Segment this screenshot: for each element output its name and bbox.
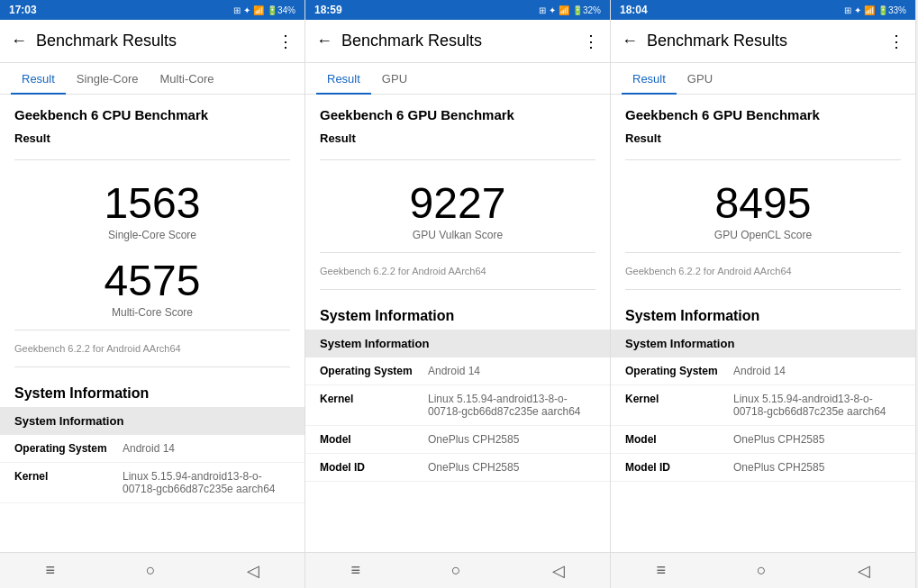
tab-result-3[interactable]: Result xyxy=(622,63,677,95)
nav-bar-2: ≡ ○ ◁ xyxy=(305,552,610,588)
divider-3a xyxy=(625,159,901,160)
sys-info-key-kernel-2: Kernel xyxy=(320,393,428,405)
result-label-2: Result xyxy=(305,126,610,152)
gpu-opencl-label: GPU OpenCL Score xyxy=(611,229,915,241)
sys-info-key-kernel-1: Kernel xyxy=(14,470,123,483)
divider-2a xyxy=(320,159,595,160)
geekbench-version-3: Geekbench 6.2.2 for Android AArch64 xyxy=(611,260,915,282)
nav-home-icon-1[interactable]: ○ xyxy=(146,561,156,580)
divider-3b xyxy=(625,252,901,253)
sys-info-val-model-3: OnePlus CPH2585 xyxy=(733,433,901,446)
sys-info-row-kernel-3: Kernel Linux 5.15.94-android13-8-o-00718… xyxy=(611,385,915,426)
nav-menu-icon-2[interactable]: ≡ xyxy=(350,561,360,580)
sys-info-val-kernel-2: Linux 5.15.94-android13-8-o-00718-gcb66d… xyxy=(428,393,595,418)
sys-info-val-modelid-3: OnePlus CPH2585 xyxy=(733,461,901,474)
gpu-vulkan-label: GPU Vulkan Score xyxy=(305,229,610,241)
app-bar-1: ← Benchmark Results ⋮ xyxy=(0,20,304,63)
nav-back-icon-3[interactable]: ◁ xyxy=(858,561,870,581)
back-button-2[interactable]: ← xyxy=(316,32,332,50)
status-icons-2: ⊞ ✦ 📶 🔋32% xyxy=(539,5,601,15)
sys-info-row-kernel-1: Kernel Linux 5.15.94-android13-8-o-00718… xyxy=(0,463,304,503)
sys-info-val-os-2: Android 14 xyxy=(428,365,595,377)
content-2: Geekbench 6 GPU Benchmark Result 9227 GP… xyxy=(305,95,610,552)
tab-result-2[interactable]: Result xyxy=(316,63,371,95)
result-label-1: Result xyxy=(0,126,304,152)
divider-1b xyxy=(14,330,290,330)
divider-2c xyxy=(320,289,595,290)
more-button-3[interactable]: ⋮ xyxy=(888,32,904,51)
tab-gpu-2[interactable]: GPU xyxy=(371,63,418,95)
more-button-2[interactable]: ⋮ xyxy=(583,32,599,51)
bluetooth-icon-1: ✦ xyxy=(243,5,250,15)
sys-info-key-os-1: Operating System xyxy=(14,442,123,455)
content-3: Geekbench 6 GPU Benchmark Result 8495 GP… xyxy=(611,95,915,552)
time-2: 18:59 xyxy=(314,4,342,16)
sys-info-row-os-2: Operating System Android 14 xyxy=(305,357,610,385)
back-button-1[interactable]: ← xyxy=(11,32,27,50)
sim-icon-1: ⊞ xyxy=(233,5,241,15)
benchmark-title-1: Geekbench 6 CPU Benchmark xyxy=(14,107,290,122)
nav-back-icon-2[interactable]: ◁ xyxy=(552,561,565,581)
sys-info-header-2: System Information xyxy=(305,330,610,357)
tab-multi-core-1[interactable]: Multi-Core xyxy=(150,63,225,95)
status-bar-2: 18:59 ⊞ ✦ 📶 🔋32% xyxy=(305,0,610,20)
sys-info-key-model-3: Model xyxy=(625,433,733,446)
sys-info-val-modelid-2: OnePlus CPH2585 xyxy=(428,461,595,474)
nav-menu-icon-3[interactable]: ≡ xyxy=(656,561,666,580)
sys-info-row-modelid-3: Model ID OnePlus CPH2585 xyxy=(611,454,915,482)
status-icons-1: ⊞ ✦ 📶 🔋34% xyxy=(233,5,295,15)
sys-info-val-os-3: Android 14 xyxy=(733,365,901,377)
benchmark-title-3: Geekbench 6 GPU Benchmark xyxy=(625,107,901,122)
tabs-1: Result Single-Core Multi-Core xyxy=(0,63,304,95)
bluetooth-icon-2: ✦ xyxy=(549,5,556,15)
app-bar-2: ← Benchmark Results ⋮ xyxy=(305,20,610,63)
app-bar-3: ← Benchmark Results ⋮ xyxy=(611,20,915,63)
sys-info-row-model-3: Model OnePlus CPH2585 xyxy=(611,426,915,454)
app-bar-title-3: Benchmark Results xyxy=(647,32,787,50)
sys-info-val-model-2: OnePlus CPH2585 xyxy=(428,433,595,446)
sys-info-header-3: System Information xyxy=(611,330,915,357)
status-bar-3: 18:04 ⊞ ✦ 📶 🔋33% xyxy=(611,0,915,20)
divider-1a xyxy=(14,159,290,160)
battery-3: 🔋33% xyxy=(877,5,906,15)
nav-home-icon-3[interactable]: ○ xyxy=(757,561,767,580)
app-bar-left-1: ← Benchmark Results xyxy=(11,32,177,50)
sys-info-title-3: System Information xyxy=(611,297,915,330)
nav-back-icon-1[interactable]: ◁ xyxy=(247,561,259,581)
benchmark-header-1: Geekbench 6 CPU Benchmark xyxy=(0,95,304,126)
benchmark-header-2: Geekbench 6 GPU Benchmark xyxy=(305,95,610,126)
tab-gpu-3[interactable]: GPU xyxy=(677,63,723,95)
sys-info-key-modelid-3: Model ID xyxy=(625,461,733,474)
multi-core-score-section: 4575 Multi-Core Score xyxy=(0,245,304,322)
sys-info-title-1: System Information xyxy=(0,375,304,407)
battery-1: 🔋34% xyxy=(267,5,295,15)
bluetooth-icon-3: ✦ xyxy=(854,5,861,15)
back-button-3[interactable]: ← xyxy=(622,32,638,50)
sys-info-title-2: System Information xyxy=(305,297,610,330)
phone-panel-1: 17:03 ⊞ ✦ 📶 🔋34% ← Benchmark Results ⋮ R… xyxy=(0,0,305,588)
sys-info-header-1: System Information xyxy=(0,407,304,435)
divider-1c xyxy=(14,366,290,367)
divider-3c xyxy=(625,289,901,290)
signal-icon-2: 📶 xyxy=(559,5,569,15)
sys-info-key-modelid-2: Model ID xyxy=(320,461,428,474)
single-core-score-section: 1563 Single-Core Score xyxy=(0,167,304,245)
more-button-1[interactable]: ⋮ xyxy=(277,32,294,51)
sys-info-key-os-2: Operating System xyxy=(320,365,428,377)
result-label-3: Result xyxy=(611,126,915,152)
multi-core-label: Multi-Core Score xyxy=(0,306,304,319)
sys-info-row-os-1: Operating System Android 14 xyxy=(0,435,304,463)
nav-menu-icon-1[interactable]: ≡ xyxy=(45,561,55,580)
nav-home-icon-2[interactable]: ○ xyxy=(451,561,461,580)
phone-panel-2: 18:59 ⊞ ✦ 📶 🔋32% ← Benchmark Results ⋮ R… xyxy=(305,0,611,588)
single-core-score: 1563 xyxy=(0,182,304,225)
nav-bar-3: ≡ ○ ◁ xyxy=(611,552,915,588)
phone-panel-3: 18:04 ⊞ ✦ 📶 🔋33% ← Benchmark Results ⋮ R… xyxy=(611,0,916,588)
multi-core-score: 4575 xyxy=(0,259,304,303)
app-bar-left-3: ← Benchmark Results xyxy=(622,32,787,50)
sys-info-row-kernel-2: Kernel Linux 5.15.94-android13-8-o-00718… xyxy=(305,385,610,426)
tab-single-core-1[interactable]: Single-Core xyxy=(66,63,150,95)
geekbench-version-1: Geekbench 6.2.2 for Android AArch64 xyxy=(0,338,304,359)
tab-result-1[interactable]: Result xyxy=(11,63,66,95)
sys-info-row-model-2: Model OnePlus CPH2585 xyxy=(305,426,610,454)
